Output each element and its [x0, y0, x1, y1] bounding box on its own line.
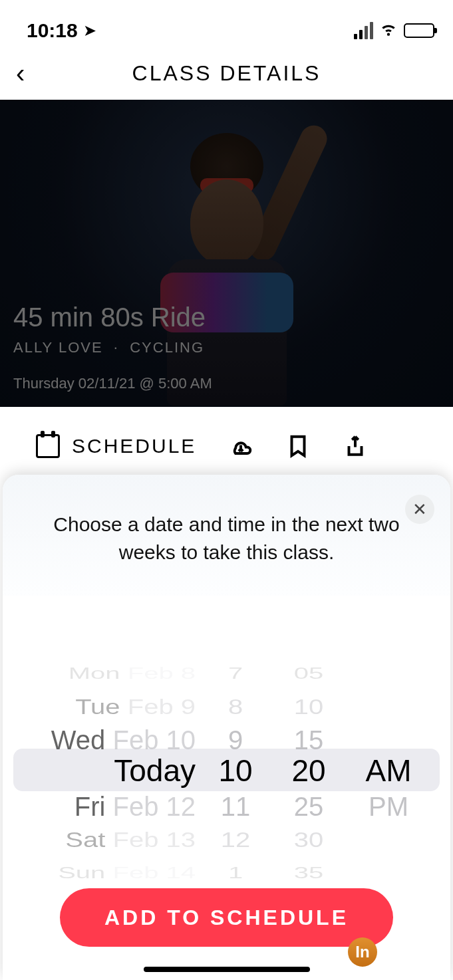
status-time: 10:18 — [27, 19, 78, 42]
class-instructor: ALLY LOVE — [13, 339, 103, 356]
schedule-button[interactable]: SCHEDULE — [36, 434, 196, 458]
home-indicator[interactable] — [144, 967, 310, 972]
back-chevron-icon[interactable]: ‹ — [16, 59, 25, 88]
class-category: CYCLING — [130, 339, 204, 356]
share-icon[interactable] — [343, 433, 368, 459]
sheet-message: Choose a date and time in the next two w… — [49, 511, 404, 566]
app-badge: In — [348, 937, 377, 967]
class-title: 45 min 80s Ride — [13, 303, 440, 332]
calendar-icon — [36, 434, 60, 458]
picker-row[interactable]: Mon Feb 8705 — [3, 663, 450, 684]
wifi-icon — [380, 20, 397, 41]
picker-row[interactable]: Sat Feb 131230 — [3, 825, 450, 854]
nav-bar: ‹ CLASS DETAILS — [0, 47, 453, 100]
class-hero: 45 min 80s Ride ALLY LOVE · CYCLING Thur… — [0, 100, 453, 407]
download-icon[interactable] — [228, 433, 253, 459]
close-icon: ✕ — [412, 499, 427, 520]
battery-icon — [404, 23, 434, 38]
cell-signal-icon — [354, 22, 373, 39]
datetime-picker[interactable]: Mon Feb 8705Tue Feb 9810Wed Feb 10915Tod… — [3, 596, 450, 888]
schedule-label: SCHEDULE — [72, 435, 196, 457]
picker-row[interactable]: Today1020AM — [3, 753, 450, 789]
instructor-image — [140, 113, 313, 406]
class-datetime: Thursday 02/11/21 @ 5:00 AM — [13, 375, 440, 392]
status-bar: 10:18 ➤ — [0, 0, 453, 47]
picker-row[interactable]: Fri Feb 121125PM — [3, 789, 450, 824]
close-button[interactable]: ✕ — [405, 495, 434, 524]
bookmark-icon[interactable] — [285, 433, 311, 459]
page-title: CLASS DETAILS — [132, 61, 321, 86]
add-to-schedule-button[interactable]: ADD TO SCHEDULE — [60, 888, 393, 947]
location-arrow-icon: ➤ — [83, 21, 96, 40]
picker-row[interactable]: Tue Feb 9810 — [3, 692, 450, 721]
picker-row[interactable]: Sun Feb 14135 — [3, 862, 450, 884]
class-actions: SCHEDULE — [0, 407, 453, 485]
schedule-sheet: Choose a date and time in the next two w… — [3, 475, 450, 980]
